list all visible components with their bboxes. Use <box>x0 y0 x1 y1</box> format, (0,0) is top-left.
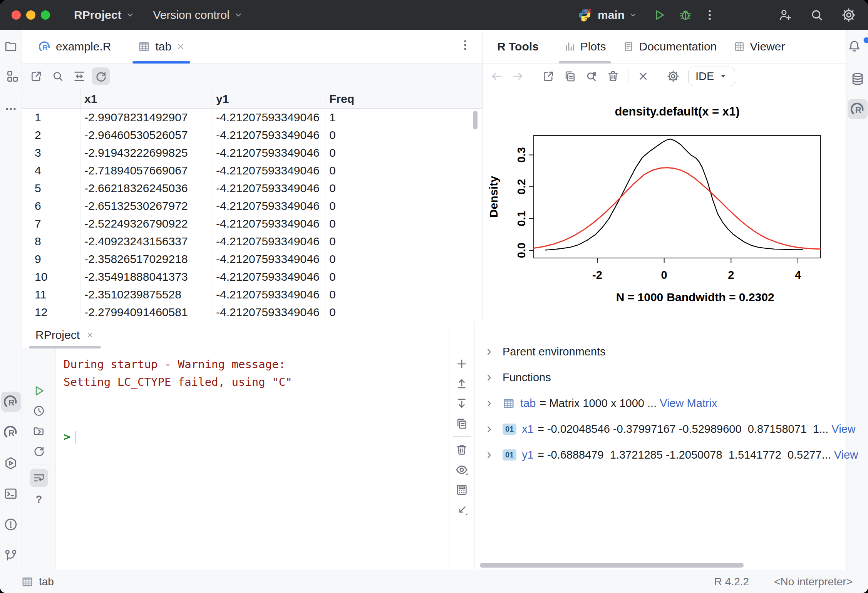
next-plot-button[interactable] <box>511 70 524 83</box>
search-table-button[interactable] <box>49 67 67 85</box>
minimize-window-button[interactable] <box>26 10 35 20</box>
zoom-window-button[interactable] <box>41 10 50 20</box>
previous-plot-button[interactable] <box>490 70 503 83</box>
help-icon[interactable] <box>32 493 45 506</box>
variable-row[interactable]: 01 x1 = -0.02048546 -0.37997167 -0.52989… <box>475 416 846 442</box>
tab-viewer[interactable]: Viewer <box>727 30 792 63</box>
vcs-menu[interactable]: Version control <box>153 8 243 22</box>
variable-row[interactable]: tab = Matrix 1000 x 1000 ... View Matrix <box>475 390 846 416</box>
table-row[interactable]: 4 -2.71894057669067 -4.21207593349046 0 <box>22 162 483 179</box>
editor-options-kebab-icon[interactable] <box>459 39 472 52</box>
r-tool-icon[interactable] <box>3 425 18 439</box>
run-tool-icon[interactable] <box>3 456 18 471</box>
add-user-icon[interactable] <box>778 8 793 22</box>
tab-example-r[interactable]: example.R <box>31 30 119 63</box>
git-branch-icon[interactable] <box>3 548 18 563</box>
refresh-table-button[interactable] <box>92 67 110 85</box>
source-file-icon[interactable] <box>32 424 45 437</box>
table-row[interactable]: 6 -2.65132530267972 -4.21207593349046 0 <box>22 197 483 215</box>
table-row[interactable]: 2 -2.96460530526057 -4.21207593349046 0 <box>22 126 483 144</box>
soft-wrap-toggle-active[interactable] <box>30 469 48 487</box>
view-link[interactable]: View Matrix <box>660 397 717 410</box>
tab-documentation[interactable]: Documentation <box>616 30 724 63</box>
history-clock-icon[interactable] <box>32 404 45 417</box>
export-plot-button[interactable] <box>542 70 555 83</box>
table-row[interactable]: 3 -2.91943222699825 -4.21207593349046 0 <box>22 144 483 162</box>
add-variable-icon[interactable] <box>455 357 468 370</box>
clear-environment-trash-icon[interactable] <box>455 443 468 456</box>
tab-tab-active[interactable]: tab <box>130 30 193 63</box>
r-version-widget[interactable]: R 4.2.2 <box>714 576 749 588</box>
evaluate-expression-icon[interactable] <box>455 483 468 496</box>
environment-horizontal-scrollbar[interactable] <box>480 563 744 568</box>
project-folder-icon[interactable] <box>4 39 18 53</box>
database-tool-icon[interactable] <box>850 72 865 86</box>
toolbar-divider <box>453 436 471 437</box>
clear-plots-button[interactable] <box>637 70 649 82</box>
notifications-button[interactable] <box>847 39 868 54</box>
table-row[interactable]: 7 -2.52249326790922 -4.21207593349046 0 <box>22 215 483 233</box>
chevron-right-icon[interactable] <box>484 373 494 383</box>
environment-section-row[interactable]: Functions <box>475 365 846 390</box>
view-link[interactable]: View <box>834 449 858 461</box>
project-menu[interactable]: RProject <box>74 8 135 22</box>
export-table-button[interactable] <box>27 67 45 85</box>
chevron-right-icon[interactable] <box>484 347 494 357</box>
copy-plot-button[interactable] <box>563 70 576 83</box>
table-row[interactable]: 9 -2.35826517029218 -4.21207593349046 0 <box>22 250 483 268</box>
cell-freq: 0 <box>325 233 483 250</box>
more-actions-kebab-icon[interactable] <box>703 8 716 22</box>
terminal-tool-icon[interactable] <box>3 486 18 501</box>
table-vertical-scrollbar[interactable] <box>473 111 478 129</box>
export-globalenv-icon[interactable] <box>455 377 468 390</box>
restart-console-icon[interactable] <box>32 444 45 457</box>
problems-tool-icon[interactable] <box>3 517 18 532</box>
console-run-icon[interactable] <box>32 384 46 398</box>
table-row[interactable]: 1 -2.99078231492907 -4.21207593349046 1 <box>22 109 483 126</box>
close-tab-icon[interactable] <box>176 42 185 51</box>
search-everywhere-icon[interactable] <box>809 8 824 22</box>
copy-variable-icon[interactable] <box>455 417 468 430</box>
cell-x1: -2.52249326790922 <box>81 215 213 233</box>
run-button[interactable] <box>652 8 666 22</box>
status-current-tab[interactable]: tab <box>21 576 54 588</box>
structure-icon[interactable] <box>4 69 18 83</box>
column-width-button[interactable] <box>70 67 88 85</box>
chevron-right-icon[interactable] <box>484 424 494 434</box>
zoom-plot-button[interactable] <box>585 70 598 83</box>
table-row[interactable]: 5 -2.66218326245036 -4.21207593349046 0 <box>22 179 483 197</box>
chevron-right-icon[interactable] <box>484 399 494 409</box>
console-output[interactable]: During startup - Warning message: Settin… <box>56 348 449 570</box>
tab-rproject-console[interactable]: RProject <box>34 322 96 348</box>
r-console-tool-active[interactable] <box>1 392 21 412</box>
header-y1[interactable]: y1 <box>213 89 325 108</box>
table-row[interactable]: 8 -2.40923243156337 -4.21207593349046 0 <box>22 233 483 250</box>
table-row[interactable]: 12 -2.27994091460581 -4.21207593349046 0 <box>22 303 483 321</box>
close-window-button[interactable] <box>12 10 21 20</box>
tab-plots-active[interactable]: Plots <box>557 30 613 63</box>
view-link[interactable]: View <box>831 423 855 436</box>
ide-dropdown-button[interactable]: IDE <box>688 67 735 86</box>
console-caret <box>75 431 75 444</box>
import-into-icon[interactable] <box>455 504 468 517</box>
delete-plot-button[interactable] <box>607 70 620 83</box>
interpreter-widget[interactable]: <No interpreter> <box>774 576 853 588</box>
plot-settings-gear-icon[interactable] <box>667 70 680 83</box>
environment-section-row[interactable]: Parent environments <box>475 339 846 365</box>
header-freq[interactable]: Freq <box>325 89 483 108</box>
table-icon <box>138 40 150 53</box>
table-row[interactable]: 11 -2.3510239875528 -4.21207593349046 0 <box>22 286 483 303</box>
import-dataset-icon[interactable] <box>455 397 468 410</box>
run-config-selector[interactable]: main <box>578 8 638 22</box>
variable-row[interactable]: 01 y1 = -0.6888479 1.3721285 -1.2050078 … <box>475 442 846 468</box>
debug-button[interactable] <box>679 8 692 22</box>
header-index[interactable] <box>22 89 81 108</box>
table-row[interactable]: 10 -2.35491888041373 -4.21207593349046 0 <box>22 268 483 286</box>
header-x1[interactable]: x1 <box>81 89 213 108</box>
more-tool-windows-icon[interactable] <box>4 102 17 116</box>
chevron-right-icon[interactable] <box>484 450 494 460</box>
view-mode-eye-icon[interactable] <box>455 463 469 477</box>
close-console-icon[interactable] <box>86 331 94 339</box>
r-tools-tool-active[interactable] <box>848 99 868 119</box>
settings-gear-icon[interactable] <box>841 7 856 23</box>
